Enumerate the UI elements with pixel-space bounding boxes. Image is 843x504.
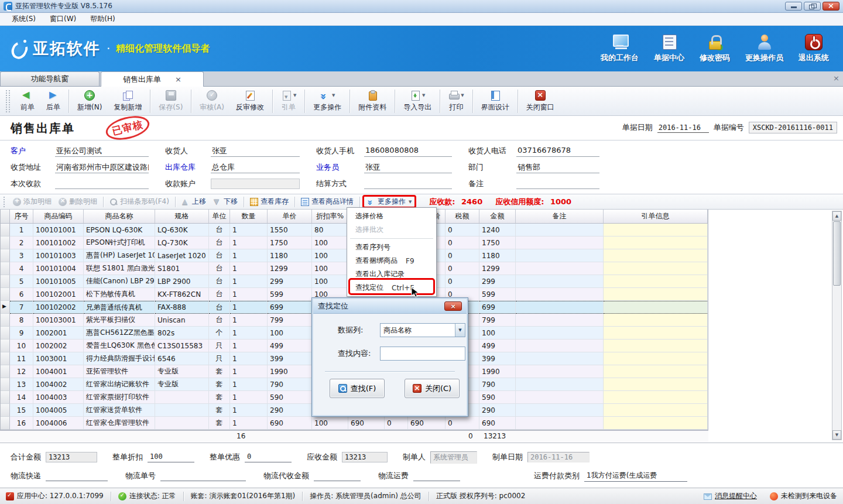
- copy-add-button[interactable]: 复制新增: [108, 88, 148, 114]
- warehouse-value[interactable]: 总仓库: [211, 162, 300, 173]
- col-discrate[interactable]: 折扣率%: [312, 210, 348, 223]
- change-password-button[interactable]: 修改密码: [700, 34, 730, 63]
- tab-sales-outbound[interactable]: 销售出库单×: [101, 71, 204, 87]
- message-center[interactable]: 消息提醒中心: [704, 491, 757, 501]
- row-selector[interactable]: [1, 275, 10, 288]
- customer-value[interactable]: 亚拓公司测试: [55, 146, 149, 157]
- salesman-value[interactable]: 张亚: [364, 162, 452, 173]
- freight-pay-type-value[interactable]: 1我方付运费(生成运费: [584, 470, 687, 482]
- menu-item-view-stock-records[interactable]: 查看出入库记录: [347, 268, 436, 281]
- minimize-button[interactable]: [785, 2, 802, 11]
- consignee-phone-value[interactable]: 03716678678: [516, 146, 599, 157]
- switch-operator-button[interactable]: 更换操作员: [745, 34, 783, 63]
- menu-window[interactable]: 窗口(W): [43, 13, 83, 25]
- creator-value[interactable]: 系统管理员: [430, 451, 477, 464]
- customer-label[interactable]: 客户: [11, 146, 55, 156]
- col-amt[interactable]: 金额: [479, 210, 516, 223]
- logistics-freight-value[interactable]: [413, 471, 460, 481]
- import-export-button[interactable]: ▼导入导出: [397, 88, 437, 114]
- move-down-button[interactable]: 下移: [210, 196, 241, 208]
- tabstrip-close-icon[interactable]: ×: [833, 74, 839, 83]
- salesman-label[interactable]: 业务员: [316, 162, 364, 173]
- reverse-audit-button[interactable]: 反审修改: [230, 88, 270, 114]
- row-selector[interactable]: ▶: [1, 301, 10, 314]
- total-amount-value[interactable]: 13213: [46, 452, 97, 462]
- row-selector[interactable]: [1, 417, 10, 430]
- doc-center-button[interactable]: 单据中心: [654, 34, 684, 63]
- dialog-close-action-button[interactable]: 关闭(C): [405, 379, 460, 398]
- col-ref[interactable]: 引单信息: [604, 210, 708, 223]
- consignee-mobile-value[interactable]: 18608080808: [364, 146, 452, 157]
- create-date-value[interactable]: 2016-11-16: [527, 452, 590, 462]
- data-column-select[interactable]: 商品名称 ▼: [380, 323, 465, 337]
- ship-address-value[interactable]: 河南省郑州市中原区建设路口: [55, 162, 149, 173]
- menu-item-view-serial-no[interactable]: 查看序列号: [347, 241, 436, 254]
- col-price[interactable]: 单价: [268, 210, 312, 223]
- workbench-button[interactable]: 我的工作台: [601, 34, 639, 63]
- col-name[interactable]: 商品名称: [84, 210, 155, 223]
- prev-doc-button[interactable]: 前单: [15, 88, 40, 114]
- col-code[interactable]: 商品编码: [33, 210, 84, 223]
- scroll-down-icon[interactable]: ▼: [832, 430, 841, 440]
- remark-value[interactable]: [516, 179, 599, 189]
- menu-item-find-locate[interactable]: 查找定位Ctrl+F: [347, 281, 436, 294]
- exit-system-button[interactable]: 退出系统: [799, 34, 829, 63]
- tab-nav-window[interactable]: 功能导航窗: [0, 71, 100, 86]
- move-up-button[interactable]: 上移: [178, 196, 210, 208]
- restore-button[interactable]: [804, 2, 821, 11]
- current-payment-value[interactable]: [55, 179, 149, 189]
- view-stock-button[interactable]: 查看库存: [246, 196, 292, 208]
- row-selector[interactable]: [1, 249, 10, 262]
- ui-design-button[interactable]: 界面设计: [475, 88, 515, 114]
- row-selector[interactable]: [1, 262, 10, 275]
- logistics-express-value[interactable]: [46, 471, 108, 481]
- receivable-amount-value[interactable]: 13213: [342, 452, 388, 462]
- more-operations-button[interactable]: ▼更多操作: [307, 88, 347, 114]
- row-selector[interactable]: [1, 314, 10, 327]
- row-selector[interactable]: [1, 340, 10, 352]
- payment-account-value[interactable]: [211, 179, 300, 189]
- row-selector[interactable]: [1, 391, 10, 404]
- logistics-no-value[interactable]: [160, 471, 246, 481]
- col-seq[interactable]: 序号: [10, 210, 33, 223]
- menu-item-select-price[interactable]: 选择价格: [347, 210, 436, 223]
- search-content-input[interactable]: [380, 347, 465, 361]
- row-selector[interactable]: [1, 236, 10, 249]
- consignee-value[interactable]: 张亚: [211, 146, 300, 157]
- col-spec[interactable]: 规格: [155, 210, 209, 223]
- menu-help[interactable]: 帮助(H): [83, 13, 122, 25]
- attachments-button[interactable]: 附件资料: [352, 88, 392, 114]
- close-button[interactable]: [823, 2, 839, 11]
- scrollbar-thumb[interactable]: [833, 221, 841, 286]
- col-qty[interactable]: 数量: [230, 210, 268, 223]
- row-selector[interactable]: [1, 365, 10, 378]
- menu-item-view-bundle[interactable]: 查看捆绑商品F9: [347, 254, 436, 268]
- more-operations-detail-button[interactable]: 更多操作▼: [362, 195, 416, 208]
- row-selector[interactable]: [1, 404, 10, 417]
- row-selector[interactable]: [1, 224, 10, 236]
- row-selector[interactable]: [1, 378, 10, 391]
- col-unit[interactable]: 单位: [209, 210, 230, 223]
- warehouse-label[interactable]: 出库仓库: [165, 162, 211, 173]
- tab-close-icon[interactable]: ×: [175, 75, 181, 84]
- doc-date-value[interactable]: 2016-11-16: [657, 123, 709, 133]
- order-discount-value[interactable]: 100: [148, 452, 194, 462]
- add-new-button[interactable]: 新增(N): [71, 88, 108, 114]
- settlement-method-value[interactable]: [364, 179, 452, 189]
- dialog-titlebar[interactable]: 查找定位 ×: [313, 299, 467, 314]
- print-button[interactable]: ▼打印: [443, 88, 470, 114]
- order-coupon-value[interactable]: 0: [245, 452, 292, 462]
- col-remark[interactable]: 备注: [516, 210, 604, 223]
- combo-dropdown-icon[interactable]: ▼: [455, 324, 465, 337]
- col-tax[interactable]: 税额: [446, 210, 479, 223]
- row-selector[interactable]: [1, 288, 10, 301]
- dialog-close-button[interactable]: ×: [444, 301, 462, 311]
- menu-system[interactable]: 系统(S): [5, 13, 43, 25]
- row-selector[interactable]: [1, 352, 10, 365]
- table-row[interactable]: 161004006红管家仓库管理软件套169010069006900690: [1, 417, 708, 430]
- find-button[interactable]: 查找(F): [330, 379, 385, 398]
- department-value[interactable]: 销售部: [516, 162, 599, 173]
- view-product-detail-button[interactable]: 查看商品详情: [297, 196, 357, 208]
- scroll-up-icon[interactable]: ▲: [832, 211, 841, 221]
- vertical-scrollbar[interactable]: ▲ ▼: [832, 211, 842, 440]
